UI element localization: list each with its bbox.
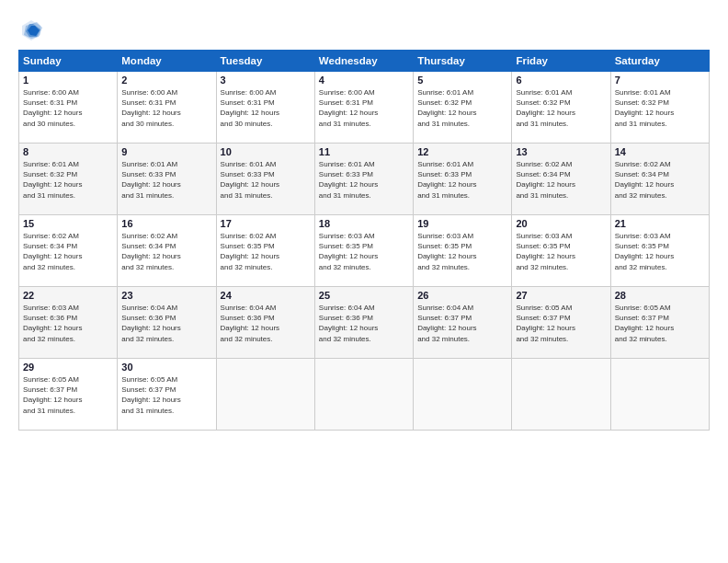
day-number: 19 (417, 218, 507, 229)
day-number: 8 (23, 146, 113, 157)
day-number: 11 (319, 146, 409, 157)
day-info: Sunrise: 6:03 AM Sunset: 6:35 PM Dayligh… (516, 231, 606, 272)
header (18, 17, 710, 42)
calendar-cell (314, 359, 413, 431)
day-number: 10 (221, 146, 311, 157)
weekday-header-thursday: Thursday (414, 51, 512, 72)
calendar-cell: 19Sunrise: 6:03 AM Sunset: 6:35 PM Dayli… (414, 215, 512, 287)
day-number: 23 (121, 290, 211, 301)
calendar-cell: 12Sunrise: 6:01 AM Sunset: 6:33 PM Dayli… (414, 144, 512, 215)
day-number: 2 (121, 75, 211, 86)
weekday-header-friday: Friday (512, 51, 610, 72)
day-number: 29 (23, 362, 113, 373)
calendar-cell: 28Sunrise: 6:05 AM Sunset: 6:37 PM Dayli… (610, 287, 709, 359)
weekday-header-monday: Monday (118, 51, 216, 72)
calendar-cell: 17Sunrise: 6:02 AM Sunset: 6:35 PM Dayli… (216, 215, 314, 287)
calendar-cell: 5Sunrise: 6:01 AM Sunset: 6:32 PM Daylig… (414, 72, 512, 144)
day-info: Sunrise: 6:03 AM Sunset: 6:35 PM Dayligh… (615, 231, 705, 272)
day-info: Sunrise: 6:02 AM Sunset: 6:34 PM Dayligh… (516, 159, 606, 201)
day-number: 30 (121, 362, 211, 373)
calendar-cell: 3Sunrise: 6:00 AM Sunset: 6:31 PM Daylig… (216, 72, 314, 144)
day-info: Sunrise: 6:01 AM Sunset: 6:33 PM Dayligh… (221, 159, 311, 201)
calendar-cell: 8Sunrise: 6:01 AM Sunset: 6:32 PM Daylig… (19, 144, 118, 215)
day-info: Sunrise: 6:05 AM Sunset: 6:37 PM Dayligh… (121, 374, 211, 416)
day-info: Sunrise: 6:04 AM Sunset: 6:36 PM Dayligh… (319, 303, 409, 344)
calendar-cell: 20Sunrise: 6:03 AM Sunset: 6:35 PM Dayli… (512, 215, 610, 287)
day-number: 7 (615, 75, 705, 86)
day-info: Sunrise: 6:02 AM Sunset: 6:34 PM Dayligh… (121, 231, 211, 272)
calendar-cell: 15Sunrise: 6:02 AM Sunset: 6:34 PM Dayli… (19, 215, 118, 287)
day-number: 15 (23, 218, 113, 229)
day-number: 27 (516, 290, 606, 301)
calendar-cell: 16Sunrise: 6:02 AM Sunset: 6:34 PM Dayli… (118, 215, 216, 287)
day-info: Sunrise: 6:05 AM Sunset: 6:37 PM Dayligh… (615, 303, 705, 344)
calendar-cell: 30Sunrise: 6:05 AM Sunset: 6:37 PM Dayli… (118, 359, 216, 431)
day-info: Sunrise: 6:01 AM Sunset: 6:32 PM Dayligh… (615, 87, 705, 129)
day-info: Sunrise: 6:00 AM Sunset: 6:31 PM Dayligh… (23, 87, 113, 129)
day-number: 20 (516, 218, 606, 229)
day-info: Sunrise: 6:02 AM Sunset: 6:34 PM Dayligh… (615, 159, 705, 201)
day-info: Sunrise: 6:00 AM Sunset: 6:31 PM Dayligh… (221, 87, 311, 129)
calendar-cell: 26Sunrise: 6:04 AM Sunset: 6:37 PM Dayli… (414, 287, 512, 359)
calendar-cell: 4Sunrise: 6:00 AM Sunset: 6:31 PM Daylig… (314, 72, 413, 144)
day-info: Sunrise: 6:01 AM Sunset: 6:33 PM Dayligh… (121, 159, 211, 201)
day-number: 26 (417, 290, 507, 301)
calendar-cell: 2Sunrise: 6:00 AM Sunset: 6:31 PM Daylig… (118, 72, 216, 144)
calendar-cell: 22Sunrise: 6:03 AM Sunset: 6:36 PM Dayli… (19, 287, 118, 359)
day-info: Sunrise: 6:05 AM Sunset: 6:37 PM Dayligh… (23, 374, 113, 416)
day-number: 12 (417, 146, 507, 157)
calendar-cell: 14Sunrise: 6:02 AM Sunset: 6:34 PM Dayli… (610, 144, 709, 215)
calendar-cell: 9Sunrise: 6:01 AM Sunset: 6:33 PM Daylig… (118, 144, 216, 215)
day-number: 28 (615, 290, 705, 301)
logo-icon (18, 17, 44, 42)
day-info: Sunrise: 6:01 AM Sunset: 6:32 PM Dayligh… (516, 87, 606, 129)
day-info: Sunrise: 6:03 AM Sunset: 6:35 PM Dayligh… (319, 231, 409, 272)
calendar-cell: 23Sunrise: 6:04 AM Sunset: 6:36 PM Dayli… (118, 287, 216, 359)
calendar-cell: 7Sunrise: 6:01 AM Sunset: 6:32 PM Daylig… (610, 72, 709, 144)
day-number: 9 (121, 146, 211, 157)
day-number: 25 (319, 290, 409, 301)
day-info: Sunrise: 6:01 AM Sunset: 6:33 PM Dayligh… (417, 159, 507, 201)
day-number: 18 (319, 218, 409, 229)
calendar-cell: 1Sunrise: 6:00 AM Sunset: 6:31 PM Daylig… (19, 72, 118, 144)
day-info: Sunrise: 6:04 AM Sunset: 6:37 PM Dayligh… (417, 303, 507, 344)
week-row-2: 8Sunrise: 6:01 AM Sunset: 6:32 PM Daylig… (19, 144, 710, 215)
day-info: Sunrise: 6:00 AM Sunset: 6:31 PM Dayligh… (121, 87, 211, 129)
calendar-cell: 27Sunrise: 6:05 AM Sunset: 6:37 PM Dayli… (512, 287, 610, 359)
week-row-1: 1Sunrise: 6:00 AM Sunset: 6:31 PM Daylig… (19, 72, 710, 144)
page: SundayMondayTuesdayWednesdayThursdayFrid… (0, 0, 728, 563)
day-info: Sunrise: 6:01 AM Sunset: 6:32 PM Dayligh… (417, 87, 507, 129)
calendar-cell (414, 359, 512, 431)
calendar-cell: 24Sunrise: 6:04 AM Sunset: 6:36 PM Dayli… (216, 287, 314, 359)
calendar-cell (512, 359, 610, 431)
day-number: 24 (221, 290, 311, 301)
calendar-cell: 11Sunrise: 6:01 AM Sunset: 6:33 PM Dayli… (314, 144, 413, 215)
calendar-cell: 29Sunrise: 6:05 AM Sunset: 6:37 PM Dayli… (19, 359, 118, 431)
calendar-cell: 10Sunrise: 6:01 AM Sunset: 6:33 PM Dayli… (216, 144, 314, 215)
logo (18, 17, 48, 42)
day-info: Sunrise: 6:04 AM Sunset: 6:36 PM Dayligh… (221, 303, 311, 344)
day-info: Sunrise: 6:05 AM Sunset: 6:37 PM Dayligh… (516, 303, 606, 344)
day-number: 16 (121, 218, 211, 229)
calendar: SundayMondayTuesdayWednesdayThursdayFrid… (18, 50, 710, 431)
day-number: 1 (23, 75, 113, 86)
day-number: 6 (516, 75, 606, 86)
calendar-cell: 25Sunrise: 6:04 AM Sunset: 6:36 PM Dayli… (314, 287, 413, 359)
day-info: Sunrise: 6:02 AM Sunset: 6:34 PM Dayligh… (23, 231, 113, 272)
week-row-5: 29Sunrise: 6:05 AM Sunset: 6:37 PM Dayli… (19, 359, 710, 431)
day-number: 22 (23, 290, 113, 301)
day-number: 17 (221, 218, 311, 229)
week-row-3: 15Sunrise: 6:02 AM Sunset: 6:34 PM Dayli… (19, 215, 710, 287)
day-info: Sunrise: 6:03 AM Sunset: 6:36 PM Dayligh… (23, 303, 113, 344)
weekday-header-tuesday: Tuesday (216, 51, 314, 72)
day-number: 3 (221, 75, 311, 86)
day-info: Sunrise: 6:00 AM Sunset: 6:31 PM Dayligh… (319, 87, 409, 129)
day-info: Sunrise: 6:01 AM Sunset: 6:32 PM Dayligh… (23, 159, 113, 201)
weekday-header-saturday: Saturday (610, 51, 709, 72)
calendar-cell: 13Sunrise: 6:02 AM Sunset: 6:34 PM Dayli… (512, 144, 610, 215)
day-info: Sunrise: 6:01 AM Sunset: 6:33 PM Dayligh… (319, 159, 409, 201)
calendar-cell: 21Sunrise: 6:03 AM Sunset: 6:35 PM Dayli… (610, 215, 709, 287)
week-row-4: 22Sunrise: 6:03 AM Sunset: 6:36 PM Dayli… (19, 287, 710, 359)
weekday-header-row: SundayMondayTuesdayWednesdayThursdayFrid… (19, 51, 710, 72)
day-number: 4 (319, 75, 409, 86)
